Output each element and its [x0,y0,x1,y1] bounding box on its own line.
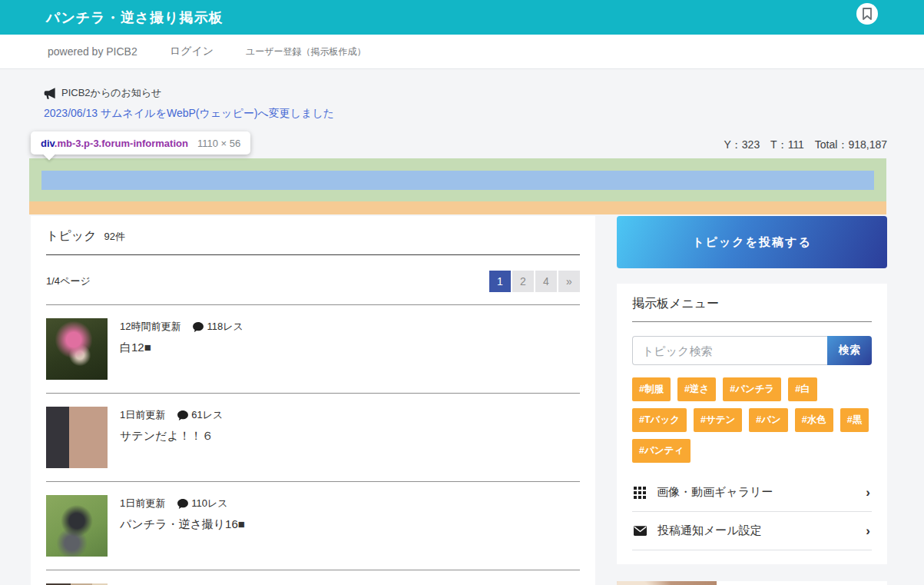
tag-button[interactable]: #サテン [694,408,742,432]
sidebar: トピックを投稿する 掲示板メニュー 検索 #制服 #逆さ #パンチラ #白 #T… [617,216,887,585]
chat-ad-banner[interactable]: 完全無料PICB2の ツーショットチャット [617,581,887,585]
topic-thumbnail[interactable] [46,318,108,380]
pagination-row: 1/4ページ 1 2 4 » [46,255,580,305]
subnav: powered by PICB2 ログイン ユーザー登録（掲示板作成） [0,35,924,69]
menu-item-label: 投稿通知メール設定 [657,524,855,538]
page-button-2[interactable]: 2 [512,271,534,292]
devtools-tag: div [41,138,55,149]
topic-thumbnail[interactable] [46,407,108,468]
chevron-right-icon: › [866,524,870,537]
register-link[interactable]: ユーザー登録（掲示板作成） [246,45,366,58]
board-menu-card: 掲示板メニュー 検索 #制服 #逆さ #パンチラ #白 #Tバック #サテン #… [617,284,887,564]
grid-icon [634,487,646,499]
topic-thumbnail[interactable] [46,495,108,557]
page-button-1[interactable]: 1 [489,271,511,292]
tag-button[interactable]: #パンチラ [723,377,781,401]
tag-button[interactable]: #逆さ [677,377,716,401]
stat-total: Total：918,187 [815,138,887,151]
topic-search: 検索 [632,336,872,365]
tag-button[interactable]: #Tバック [632,408,687,432]
pagination: 1 2 4 » [489,271,580,292]
menu-item-label: 画像・動画ギャラリー [657,485,855,500]
tag-button[interactable]: #白 [788,377,816,401]
stat-today: Y：323 [724,138,760,151]
bookmark-button[interactable] [856,3,878,25]
board-menu-title: 掲示板メニュー [632,296,872,322]
devtools-element-tooltip: div.mb-3.p-3.forum-information 1110 × 56 [31,131,250,155]
search-button[interactable]: 検索 [827,336,872,365]
page-info: 1/4ページ [46,274,91,288]
login-link[interactable]: ログイン [170,45,214,58]
devtools-dimensions: 1110 × 56 [197,138,240,149]
tag-button[interactable]: #パンティ [632,439,691,463]
powered-by-link[interactable]: powered by PICB2 [48,45,137,58]
ad-photo [617,581,717,585]
site-header: パンチラ・逆さ撮り掲示板 [0,0,924,35]
announcement-link[interactable]: 2023/06/13 サムネイルをWebP(ウェッピー)へ変更しました [44,107,334,121]
announcement: PICB2からのお知らせ 2023/06/13 サムネイルをWebP(ウェッピー… [44,86,334,121]
announcement-title: PICB2からのお知らせ [61,86,161,100]
page-button-next[interactable]: » [558,271,580,292]
topic-title[interactable]: 白12■ [120,341,243,355]
bookmark-icon [862,8,873,20]
menu-item-mail-settings[interactable]: 投稿通知メール設定 › [632,512,872,550]
topic-row[interactable]: 1日前更新 61レス サテンだよ！！６ [46,394,580,482]
tag-button[interactable]: #パン [749,408,788,432]
mail-icon [634,526,647,536]
devtools-classes: .mb-3.p-3.forum-information [55,138,188,149]
topic-row[interactable]: 1日前更新 5レス [46,570,580,585]
tag-button[interactable]: #黒 [840,408,869,432]
topic-list-header: トピック 92件 [46,228,580,255]
devtools-margin-highlight [29,201,886,214]
topic-replies: 118レス [207,320,243,334]
page-button-4[interactable]: 4 [535,271,557,292]
topic-heading: トピック [46,228,97,244]
megaphone-icon [44,88,56,99]
topic-row[interactable]: 12時間前更新 118レス 白12■ [46,305,580,394]
topic-title[interactable]: パンチラ・逆さ撮り16■ [120,517,245,532]
stat-t: T：111 [770,138,804,151]
devtools-content-highlight [41,171,874,190]
topic-updated: 1日前更新 [120,497,165,510]
reply-bubble-icon [177,499,188,509]
topic-updated: 1日前更新 [120,408,165,422]
reply-bubble-icon [177,410,188,420]
topic-replies: 61レス [191,408,223,422]
visitor-stats: Y：323 T：111 Total：918,187 [716,138,887,152]
topic-count: 92件 [104,230,125,244]
tag-button[interactable]: #制服 [632,377,671,401]
search-input[interactable] [632,336,827,365]
topic-updated: 12時間前更新 [120,320,180,334]
chevron-right-icon: › [866,486,870,499]
post-topic-button[interactable]: トピックを投稿する [617,216,887,268]
tag-list: #制服 #逆さ #パンチラ #白 #Tバック #サテン #パン #水色 #黒 #… [632,377,872,463]
menu-list: 画像・動画ギャラリー › 投稿通知メール設定 › [632,474,872,550]
topic-row[interactable]: 1日前更新 110レス パンチラ・逆さ撮り16■ [46,482,580,570]
topic-replies: 110レス [191,497,227,510]
topic-title[interactable]: サテンだよ！！６ [120,429,223,444]
tag-button[interactable]: #水色 [795,408,833,432]
reply-bubble-icon [193,322,204,332]
topic-list-card: トピック 92件 1/4ページ 1 2 4 » 12時間前更新 118レス [31,216,595,585]
page-title: パンチラ・逆さ撮り掲示板 [46,8,224,27]
menu-item-gallery[interactable]: 画像・動画ギャラリー › [632,474,872,512]
